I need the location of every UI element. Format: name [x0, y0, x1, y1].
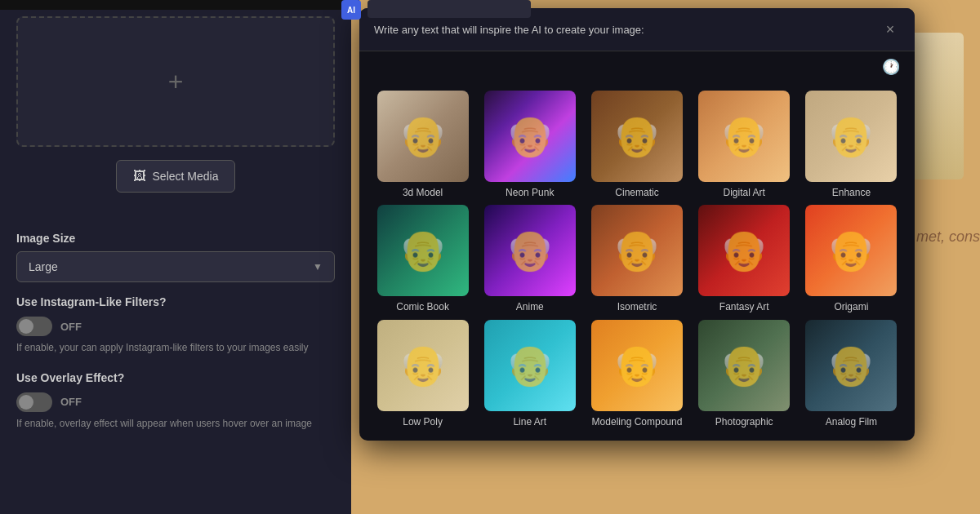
overlay-effect-section: Use Overlay Effect? OFF If enable, overl… [16, 371, 335, 431]
plus-icon: + [168, 67, 184, 97]
grid-item-enhance[interactable]: 👴Enhance [801, 91, 902, 198]
instagram-toggle-thumb [19, 319, 33, 334]
grid-item-photographic[interactable]: 👴Photographic [694, 320, 795, 428]
grid-label-anime: Anime [516, 301, 544, 312]
grid-label-modeling-compound: Modeling Compound [592, 416, 683, 428]
select-media-label: Select Media [153, 170, 219, 183]
overlay-toggle[interactable] [16, 392, 52, 412]
instagram-toggle[interactable] [16, 317, 52, 336]
grid-img-neon-punk: 👴 [484, 91, 576, 182]
grid-img-digital-art: 👴 [698, 91, 790, 182]
overlay-toggle-text: OFF [60, 396, 82, 408]
grid-label-low-poly: Low Poly [403, 416, 443, 428]
grid-label-comic-book: Comic Book [396, 301, 449, 312]
grid-label-neon-punk: Neon Punk [506, 187, 554, 198]
ai-badge: AI [347, 6, 355, 15]
modal-container: Write any text that will inspire the AI … [359, 0, 915, 514]
grid-item-modeling-compound[interactable]: 👴Modeling Compound [586, 320, 687, 428]
top-input-bar[interactable] [368, 0, 531, 18]
grid-img-cinematic: 👴 [591, 91, 683, 182]
grid-img-anime: 👴 [484, 205, 576, 296]
grid-item-origami[interactable]: 👴Origami [801, 205, 902, 312]
grid-img-fantasy-art: 👴 [698, 205, 790, 296]
grid-item-cinematic[interactable]: 👴Cinematic [586, 91, 687, 198]
image-size-dropdown[interactable]: Large ▼ [16, 251, 335, 282]
image-size-section: Image Size Large ▼ [16, 232, 335, 282]
image-size-value: Large [29, 260, 58, 273]
overlay-effect-label: Use Overlay Effect? [16, 371, 335, 384]
chevron-down-icon: ▼ [313, 261, 323, 273]
grid-item-digital-art[interactable]: 👴Digital Art [694, 91, 795, 198]
grid-img-low-poly: 👴 [377, 320, 469, 411]
grid-img-enhance: 👴 [805, 91, 897, 182]
grid-img-origami: 👴 [805, 205, 897, 296]
grid-label-isometric: Isometric [617, 301, 657, 312]
style-grid: 👴3d Model👴Neon Punk👴Cinematic👴Digital Ar… [359, 82, 915, 441]
select-media-icon: 🖼 [133, 169, 146, 184]
grid-label-cinematic: Cinematic [615, 187, 658, 198]
grid-label-photographic: Photographic [715, 416, 773, 428]
grid-img-3d-model: 👴 [377, 91, 469, 182]
grid-item-fantasy-art[interactable]: 👴Fantasy Art [694, 205, 795, 312]
style-modal: Write any text that will inspire the AI … [359, 8, 915, 441]
grid-item-comic-book[interactable]: 👴Comic Book [372, 205, 473, 312]
select-media-button[interactable]: 🖼 Select Media [116, 160, 236, 193]
grid-label-digital-art: Digital Art [724, 187, 765, 198]
modal-subheader: 🕐 [359, 51, 915, 82]
grid-img-isometric: 👴 [591, 205, 683, 296]
instagram-hint: If enable, your can apply Instagram-like… [16, 341, 335, 355]
grid-img-comic-book: 👴 [377, 205, 469, 296]
grid-label-origami: Origami [834, 301, 868, 312]
grid-label-fantasy-art: Fantasy Art [719, 301, 769, 312]
instagram-filter-label: Use Instagram-Like Filters? [16, 295, 335, 308]
overflow-text: met, conse [916, 228, 980, 246]
instagram-toggle-row: OFF [16, 317, 335, 336]
instagram-filter-section: Use Instagram-Like Filters? OFF If enabl… [16, 295, 335, 355]
grid-img-analog-film: 👴 [805, 320, 897, 411]
history-icon[interactable]: 🕐 [882, 58, 900, 76]
grid-img-photographic: 👴 [698, 320, 790, 411]
grid-img-modeling-compound: 👴 [591, 320, 683, 411]
overlay-toggle-thumb [19, 395, 33, 410]
grid-item-line-art[interactable]: 👴Line Art [479, 320, 580, 428]
grid-item-neon-punk[interactable]: 👴Neon Punk [479, 91, 580, 198]
grid-item-3d-model[interactable]: 👴3d Model [372, 91, 473, 198]
grid-label-3d-model: 3d Model [403, 187, 443, 198]
overlay-hint: If enable, overlay effect will appear wh… [16, 417, 335, 431]
modal-title: Write any text that will inspire the AI … [374, 24, 644, 36]
instagram-toggle-text: OFF [60, 321, 82, 333]
upload-area[interactable]: + [16, 16, 335, 147]
grid-item-anime[interactable]: 👴Anime [479, 205, 580, 312]
grid-label-enhance: Enhance [832, 187, 871, 198]
grid-item-analog-film[interactable]: 👴Analog Film [801, 320, 902, 428]
grid-img-line-art: 👴 [484, 320, 576, 411]
grid-item-isometric[interactable]: 👴Isometric [586, 205, 687, 312]
grid-label-line-art: Line Art [513, 416, 546, 428]
grid-label-analog-film: Analog Film [826, 416, 877, 428]
left-panel: + 🖼 Select Media Image Size Large ▼ Use … [0, 0, 351, 514]
modal-close-button[interactable]: × [880, 20, 900, 39]
overlay-toggle-row: OFF [16, 392, 335, 412]
image-size-label: Image Size [16, 232, 335, 245]
grid-item-low-poly[interactable]: 👴Low Poly [372, 320, 473, 428]
